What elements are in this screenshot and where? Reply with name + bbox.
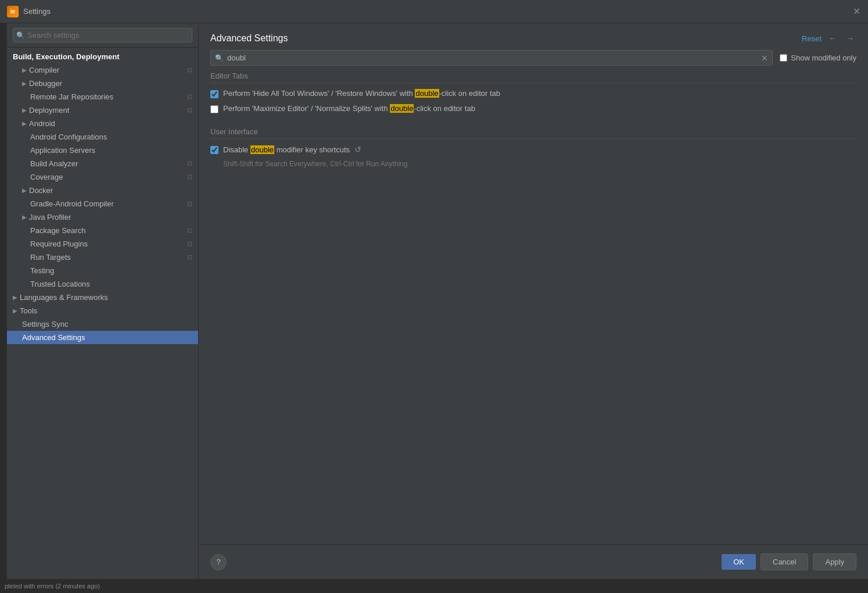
sidebar-item-required-plugins[interactable]: Required Plugins ⊡ — [7, 237, 198, 251]
settings-icon: ⊡ — [187, 200, 192, 208]
sidebar-item-testing[interactable]: Testing — [7, 264, 198, 277]
label-prefix: Disable — [223, 145, 250, 154]
disable-double-modifier-label[interactable]: Disable double modifier key shortcuts ↺ — [223, 145, 361, 154]
settings-icon: ⊡ — [187, 93, 192, 101]
sidebar-label: Java Profiler — [29, 213, 71, 222]
setting-item-hide-tool-windows: Perform 'Hide All Tool Windows' / 'Resto… — [210, 89, 856, 98]
sidebar-item-android-configurations[interactable]: Android Configurations — [7, 130, 198, 144]
reset-button[interactable]: Reset — [802, 34, 822, 43]
settings-icon: ⊡ — [187, 240, 192, 248]
sidebar-item-package-search[interactable]: Package Search ⊡ — [7, 224, 198, 237]
clear-icon[interactable]: ✕ — [761, 53, 768, 63]
maximize-editor-label[interactable]: Perform 'Maximize Editor' / 'Normalize S… — [223, 104, 475, 113]
reset-icon[interactable]: ↺ — [354, 145, 361, 154]
ok-button[interactable]: OK — [722, 554, 756, 570]
sidebar-item-deployment[interactable]: ▶ Deployment ⊡ — [7, 103, 198, 117]
sidebar-label: Languages & Frameworks — [20, 293, 108, 302]
close-button[interactable]: ✕ — [852, 7, 861, 16]
sidebar-label: Advanced Settings — [22, 333, 85, 342]
sidebar-label: Android — [29, 119, 55, 128]
show-modified-checkbox[interactable] — [780, 54, 787, 62]
sidebar-item-run-targets[interactable]: Run Targets ⊡ — [7, 251, 198, 264]
sidebar-label: Tools — [20, 306, 37, 315]
bottom-bar: ? OK Cancel Apply — [199, 544, 868, 579]
sidebar-item-tools[interactable]: ▶ Tools — [7, 304, 198, 317]
search-bar: 🔍 ✕ Show modified only — [199, 50, 868, 72]
sidebar-item-application-servers[interactable]: Application Servers — [7, 144, 198, 157]
hide-tool-windows-label[interactable]: Perform 'Hide All Tool Windows' / 'Resto… — [223, 89, 500, 98]
sidebar-label: Debugger — [29, 79, 62, 88]
apply-button[interactable]: Apply — [813, 553, 856, 570]
settings-icon: ⊡ — [187, 253, 192, 261]
maximize-editor-checkbox[interactable] — [210, 105, 218, 113]
sidebar-item-settings-sync[interactable]: Settings Sync — [7, 317, 198, 331]
chevron-right-icon: ▶ — [13, 294, 17, 301]
sidebar-item-trusted-locations[interactable]: Trusted Locations — [7, 277, 198, 291]
setting-item-row: Disable double modifier key shortcuts ↺ — [210, 145, 856, 154]
highlight-double: double — [250, 145, 274, 154]
right-panel: Advanced Settings Reset ← → 🔍 ✕ Show mod… — [199, 23, 868, 579]
sidebar-label: Run Targets — [30, 253, 71, 262]
label-prefix: Perform 'Maximize Editor' / 'Normalize S… — [223, 104, 390, 113]
main-content: 🔍 Build, Execution, Deployment ▶ Compile… — [0, 23, 868, 579]
sidebar-item-java-profiler[interactable]: ▶ Java Profiler — [7, 210, 198, 224]
setting-sublabel: Shift-Shift for Search Everywhere, Ctrl-… — [223, 160, 856, 168]
sidebar-item-advanced-settings[interactable]: Advanced Settings — [7, 331, 198, 344]
sidebar-item-docker[interactable]: ▶ Docker — [7, 184, 198, 197]
sidebar-item-remote-jar-repositories[interactable]: Remote Jar Repositories ⊡ — [7, 90, 198, 103]
app-icon: ie — [7, 6, 19, 17]
show-modified-wrapper: Show modified only — [780, 53, 856, 62]
sidebar-item-compiler[interactable]: ▶ Compiler ⊡ — [7, 63, 198, 77]
forward-button[interactable]: → — [844, 33, 856, 44]
sidebar-label: Coverage — [30, 173, 63, 181]
settings-icon: ⊡ — [187, 66, 192, 74]
panel-title: Advanced Settings — [210, 33, 288, 44]
sidebar-item-coverage[interactable]: Coverage ⊡ — [7, 170, 198, 184]
sidebar-label: Remote Jar Repositories — [30, 92, 113, 101]
sidebar-item-build-analyzer[interactable]: Build Analyzer ⊡ — [7, 157, 198, 170]
panel-content: Editor Tabs Perform 'Hide All Tool Windo… — [199, 72, 868, 544]
sidebar-label: Docker — [29, 186, 53, 195]
search-icon: 🔍 — [215, 54, 224, 62]
editor-tabs-section: Editor Tabs Perform 'Hide All Tool Windo… — [210, 72, 856, 113]
title-bar: ie Settings ✕ — [0, 0, 868, 23]
cancel-button[interactable]: Cancel — [761, 553, 808, 570]
sidebar-item-android[interactable]: ▶ Android — [7, 117, 198, 130]
chevron-right-icon: ▶ — [22, 107, 27, 113]
panel-header: Advanced Settings Reset ← → — [199, 23, 868, 50]
status-text: pleted with errors (2 minutes ago) — [5, 583, 100, 590]
chevron-right-icon: ▶ — [13, 308, 17, 314]
settings-icon: ⊡ — [187, 227, 192, 234]
show-modified-label[interactable]: Show modified only — [791, 53, 856, 62]
setting-item-disable-double-modifier: Disable double modifier key shortcuts ↺ … — [210, 145, 856, 168]
search-bar-wrapper: 🔍 ✕ — [210, 50, 773, 66]
sidebar-search-wrapper: 🔍 — [13, 28, 192, 42]
window-title: Settings — [23, 7, 852, 16]
settings-search-input[interactable] — [210, 50, 773, 66]
chevron-right-icon: ▶ — [22, 214, 27, 220]
settings-window: ie Settings ✕ 🔍 Build, Execution, Deploy… — [0, 0, 868, 593]
sidebar-search-input[interactable] — [13, 28, 192, 42]
sidebar-item-build-execution-deployment[interactable]: Build, Execution, Deployment — [7, 50, 198, 63]
label-prefix: Perform 'Hide All Tool Windows' / 'Resto… — [223, 89, 415, 98]
label-suffix: -click on editor tab — [439, 89, 501, 98]
setting-item-maximize-editor: Perform 'Maximize Editor' / 'Normalize S… — [210, 104, 856, 113]
chevron-right-icon: ▶ — [22, 67, 27, 73]
back-button[interactable]: ← — [826, 33, 839, 44]
sidebar-item-debugger[interactable]: ▶ Debugger — [7, 77, 198, 90]
label-suffix: modifier key shortcuts — [274, 145, 352, 154]
highlight-double: double — [415, 89, 439, 98]
disable-double-modifier-checkbox[interactable] — [210, 146, 218, 154]
sidebar-item-gradle-android-compiler[interactable]: Gradle-Android Compiler ⊡ — [7, 197, 198, 210]
sidebar-label: Required Plugins — [30, 240, 88, 248]
sidebar-list: Build, Execution, Deployment ▶ Compiler … — [7, 48, 198, 579]
sidebar-label: Gradle-Android Compiler — [30, 199, 114, 208]
chevron-right-icon: ▶ — [22, 80, 27, 87]
panel-header-actions: Reset ← → — [802, 33, 856, 44]
help-button[interactable]: ? — [210, 554, 227, 570]
sidebar-search-icon: 🔍 — [16, 31, 25, 40]
sidebar-item-languages-frameworks[interactable]: ▶ Languages & Frameworks — [7, 291, 198, 304]
sidebar-label: Android Configurations — [30, 133, 107, 141]
hide-tool-windows-checkbox[interactable] — [210, 90, 218, 98]
sidebar-label: Build Analyzer — [30, 159, 78, 168]
